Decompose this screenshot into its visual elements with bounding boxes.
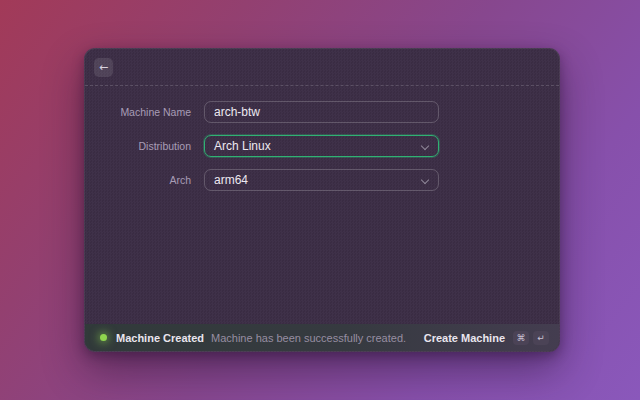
titlebar: ← xyxy=(85,49,559,86)
status-dot-icon xyxy=(100,334,107,341)
return-key-icon: ↵ xyxy=(533,331,549,345)
arch-row: Arch arm64 xyxy=(85,169,559,191)
create-machine-button[interactable]: Create Machine xyxy=(424,332,505,344)
distribution-row: Distribution Arch Linux xyxy=(85,135,559,157)
distribution-value: Arch Linux xyxy=(214,139,416,153)
distribution-select[interactable]: Arch Linux xyxy=(204,135,439,157)
chevron-down-icon xyxy=(422,143,429,150)
command-key-icon: ⌘ xyxy=(513,331,529,345)
arch-label: Arch xyxy=(85,174,191,186)
machine-name-label: Machine Name xyxy=(85,106,191,118)
status-title: Machine Created xyxy=(116,332,204,344)
chevron-down-icon xyxy=(422,177,429,184)
create-machine-window: ← Machine Name Distribution Arch Linux A… xyxy=(84,48,560,352)
distribution-label: Distribution xyxy=(85,140,191,152)
machine-name-input[interactable] xyxy=(204,101,439,123)
back-button[interactable]: ← xyxy=(94,58,113,77)
machine-name-row: Machine Name xyxy=(85,101,559,123)
arch-select[interactable]: arm64 xyxy=(204,169,439,191)
status-message: Machine has been successfully created. xyxy=(211,332,406,344)
arch-value: arm64 xyxy=(214,173,416,187)
create-machine-form: Machine Name Distribution Arch Linux Arc… xyxy=(85,86,559,191)
status-bar: Machine Created Machine has been success… xyxy=(85,324,559,351)
